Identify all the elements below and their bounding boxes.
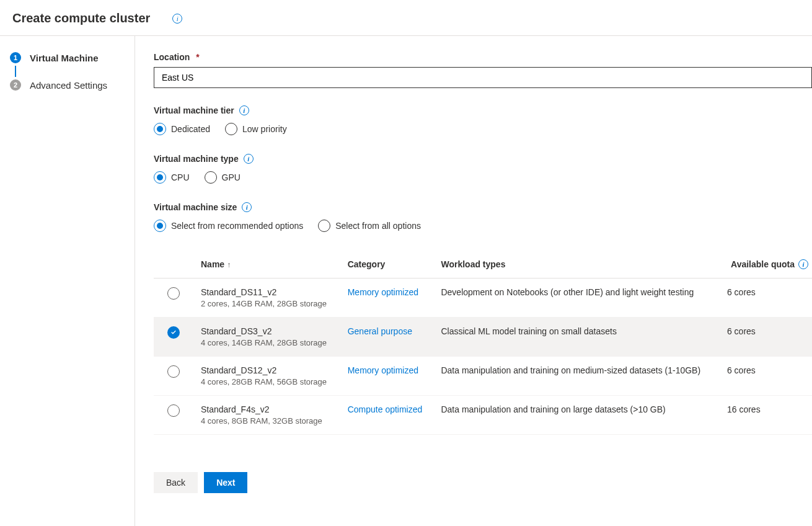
step-label: Virtual Machine: [30, 53, 99, 63]
name-cell: Standard_DS11_v22 cores, 14GB RAM, 28GB …: [193, 279, 340, 318]
wizard-step-advanced-settings[interactable]: 2 Advanced Settings: [10, 79, 135, 91]
wizard-step-virtual-machine[interactable]: 1 Virtual Machine: [10, 52, 135, 63]
sort-ascending-icon: ↑: [227, 261, 231, 269]
quota-cell: 6 cores: [720, 279, 812, 318]
vm-size-radio-group: Select from recommended options Select f…: [154, 220, 812, 232]
radio-cpu[interactable]: CPU: [154, 171, 190, 184]
step-circle-icon: 2: [10, 79, 21, 91]
radio-gpu[interactable]: GPU: [205, 171, 241, 184]
vm-size-name: Standard_DS12_v2: [201, 365, 333, 375]
wizard-footer: Back Next: [154, 472, 812, 493]
info-icon[interactable]: i: [239, 105, 249, 115]
step-label: Advanced Settings: [30, 80, 107, 91]
vm-size-table: Name↑ Category Workload types Available …: [154, 251, 812, 435]
radio-recommended-options[interactable]: Select from recommended options: [154, 220, 303, 232]
name-cell: Standard_DS3_v24 cores, 14GB RAM, 28GB s…: [193, 318, 340, 357]
vm-size-spec: 2 cores, 14GB RAM, 28GB storage: [201, 299, 333, 308]
wizard-sidebar: 1 Virtual Machine 2 Advanced Settings: [0, 36, 135, 526]
table-row[interactable]: Standard_DS3_v24 cores, 14GB RAM, 28GB s…: [154, 318, 812, 357]
required-indicator: *: [196, 52, 199, 62]
vm-tier-radio-group: Dedicated Low priority: [154, 123, 812, 135]
radio-icon: [154, 123, 166, 135]
vm-type-radio-group: CPU GPU: [154, 171, 812, 184]
name-cell: Standard_F4s_v24 cores, 8GB RAM, 32GB st…: [193, 396, 340, 435]
quota-cell: 6 cores: [720, 318, 812, 357]
column-select: [154, 251, 193, 279]
row-select-radio[interactable]: [167, 287, 180, 300]
radio-icon: [225, 123, 237, 135]
vm-size-spec: 4 cores, 8GB RAM, 32GB storage: [201, 416, 333, 426]
column-workload[interactable]: Workload types: [433, 251, 719, 279]
row-select-radio[interactable]: [167, 365, 180, 378]
column-category[interactable]: Category: [340, 251, 434, 279]
category-link[interactable]: Memory optimized: [348, 365, 418, 375]
location-label: Location*: [154, 52, 812, 62]
info-icon[interactable]: i: [798, 259, 808, 269]
vm-type-label: Virtual machine type i: [154, 154, 812, 164]
row-select-radio[interactable]: [167, 326, 180, 339]
vm-size-name: Standard_DS3_v2: [201, 326, 333, 336]
workload-cell: Data manipulation and training on large …: [433, 396, 719, 435]
workload-cell: Development on Notebooks (or other IDE) …: [433, 279, 719, 318]
category-link[interactable]: Memory optimized: [348, 287, 418, 297]
table-row[interactable]: Standard_DS12_v24 cores, 28GB RAM, 56GB …: [154, 357, 812, 396]
step-circle-icon: 1: [10, 52, 21, 63]
step-connector: [15, 66, 16, 77]
radio-low-priority[interactable]: Low priority: [225, 123, 287, 135]
column-name[interactable]: Name↑: [193, 251, 340, 279]
info-icon[interactable]: i: [242, 202, 252, 212]
radio-dedicated[interactable]: Dedicated: [154, 123, 210, 135]
page-title: Create compute cluster: [12, 11, 150, 25]
vm-size-name: Standard_F4s_v2: [201, 404, 333, 414]
vm-size-label: Virtual machine size i: [154, 202, 812, 212]
radio-icon: [205, 171, 217, 184]
workload-cell: Classical ML model training on small dat…: [433, 318, 719, 357]
radio-icon: [318, 220, 330, 232]
quota-cell: 16 cores: [720, 396, 812, 435]
radio-icon: [154, 171, 166, 184]
main-panel: Location* Virtual machine tier i Dedicat…: [135, 36, 812, 526]
vm-size-spec: 4 cores, 14GB RAM, 28GB storage: [201, 338, 333, 347]
column-quota[interactable]: Available quotai: [720, 251, 812, 279]
next-button[interactable]: Next: [204, 472, 247, 493]
category-link[interactable]: General purpose: [348, 326, 412, 336]
table-row[interactable]: Standard_DS11_v22 cores, 14GB RAM, 28GB …: [154, 279, 812, 318]
location-select[interactable]: [154, 67, 812, 88]
category-link[interactable]: Compute optimized: [348, 404, 423, 414]
page-header: Create compute cluster i: [0, 0, 812, 35]
table-row[interactable]: Standard_F4s_v24 cores, 8GB RAM, 32GB st…: [154, 396, 812, 435]
quota-cell: 6 cores: [720, 357, 812, 396]
checkmark-icon: [170, 329, 177, 336]
name-cell: Standard_DS12_v24 cores, 28GB RAM, 56GB …: [193, 357, 340, 396]
radio-icon: [154, 220, 166, 232]
info-icon[interactable]: i: [244, 154, 254, 164]
vm-size-spec: 4 cores, 28GB RAM, 56GB storage: [201, 377, 333, 386]
vm-size-name: Standard_DS11_v2: [201, 287, 333, 297]
radio-all-options[interactable]: Select from all options: [318, 220, 421, 232]
back-button[interactable]: Back: [154, 472, 198, 493]
info-icon[interactable]: i: [172, 14, 182, 24]
workload-cell: Data manipulation and training on medium…: [433, 357, 719, 396]
vm-tier-label: Virtual machine tier i: [154, 105, 812, 115]
row-select-radio[interactable]: [167, 404, 180, 417]
